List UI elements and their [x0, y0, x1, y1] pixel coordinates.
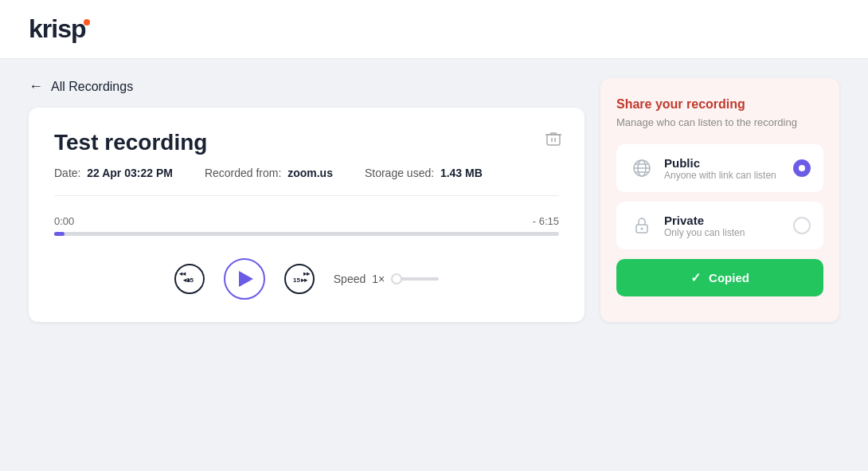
speed-label: Speed	[334, 273, 366, 285]
recording-storage: Storage used: 1.43 MB	[365, 167, 483, 179]
playback-controls: ◂◂ 15 15 ▸▸	[54, 258, 559, 300]
private-option-text: Private Only you can listen	[664, 214, 784, 238]
progress-bar[interactable]	[54, 232, 559, 236]
forward-button[interactable]: 15 ▸▸	[284, 264, 315, 294]
date-value: 22 Apr 03:22 PM	[87, 167, 173, 179]
speed-thumb	[391, 273, 402, 285]
waveform-area: 0:00 - 6:15	[54, 215, 559, 236]
logo-dot	[84, 19, 90, 26]
time-row: 0:00 - 6:15	[54, 215, 559, 227]
source-label: Recorded from:	[205, 167, 281, 179]
public-label: Public	[664, 156, 784, 170]
public-radio[interactable]	[793, 159, 811, 177]
panel-divider	[54, 195, 559, 196]
share-option-private[interactable]: Private Only you can listen	[616, 202, 823, 249]
rewind-button[interactable]: ◂◂ 15	[174, 264, 205, 294]
date-label: Date:	[54, 167, 80, 179]
progress-fill	[54, 232, 65, 236]
svg-text:15: 15	[186, 277, 194, 284]
check-icon: ✓	[690, 270, 701, 285]
current-time: 0:00	[54, 215, 74, 227]
public-desc: Anyone with link can listen	[664, 170, 784, 181]
private-label: Private	[664, 214, 784, 227]
lock-icon	[629, 213, 655, 238]
delete-button[interactable]	[545, 130, 562, 150]
back-arrow-icon: ←	[29, 78, 43, 95]
recording-panel: Test recording Date: 22 Apr 03:22 PM Rec…	[29, 108, 585, 322]
storage-label: Storage used:	[365, 167, 434, 179]
share-option-public[interactable]: Public Anyone with link can listen	[616, 144, 823, 192]
private-desc: Only you can listen	[664, 227, 784, 238]
svg-text:▸▸: ▸▸	[301, 277, 308, 284]
all-recordings-label: All Recordings	[51, 80, 133, 94]
back-nav[interactable]: ← All Recordings	[29, 78, 585, 95]
logo-text: krisp	[29, 14, 85, 44]
speed-control: Speed 1×	[334, 273, 439, 285]
storage-value: 1.43 MB	[440, 167, 483, 179]
globe-icon	[629, 155, 655, 181]
recording-source: Recorded from: zoom.us	[205, 167, 333, 179]
public-option-text: Public Anyone with link can listen	[664, 156, 784, 181]
speed-slider[interactable]	[391, 277, 439, 281]
recording-meta: Date: 22 Apr 03:22 PM Recorded from: zoo…	[54, 167, 559, 179]
share-subtitle: Manage who can listen to the recording	[616, 116, 823, 128]
share-title: Share your recording	[616, 97, 823, 112]
copied-label: Copied	[709, 271, 749, 285]
radio-inner	[799, 165, 805, 171]
logo: krisp	[29, 14, 839, 44]
copied-button[interactable]: ✓ Copied	[616, 259, 823, 296]
play-button[interactable]	[224, 258, 265, 300]
share-panel: Share your recording Manage who can list…	[600, 78, 839, 322]
remaining-time: - 6:15	[533, 215, 559, 227]
svg-rect-0	[547, 135, 560, 145]
page-content: ← All Recordings Test recording	[0, 59, 868, 341]
play-icon	[239, 271, 253, 287]
recording-title: Test recording	[54, 130, 559, 155]
svg-point-8	[641, 228, 643, 230]
app-header: krisp	[0, 0, 868, 59]
recording-date: Date: 22 Apr 03:22 PM	[54, 167, 173, 179]
rewind-icon: ◂◂ 15	[174, 264, 205, 294]
svg-text:15: 15	[293, 277, 300, 284]
speed-value: 1×	[372, 273, 385, 285]
recording-card: Test recording Date: 22 Apr 03:22 PM Rec…	[29, 108, 585, 322]
source-value: zoom.us	[287, 167, 333, 179]
private-radio[interactable]	[793, 217, 811, 234]
forward-icon: 15 ▸▸	[284, 264, 315, 294]
